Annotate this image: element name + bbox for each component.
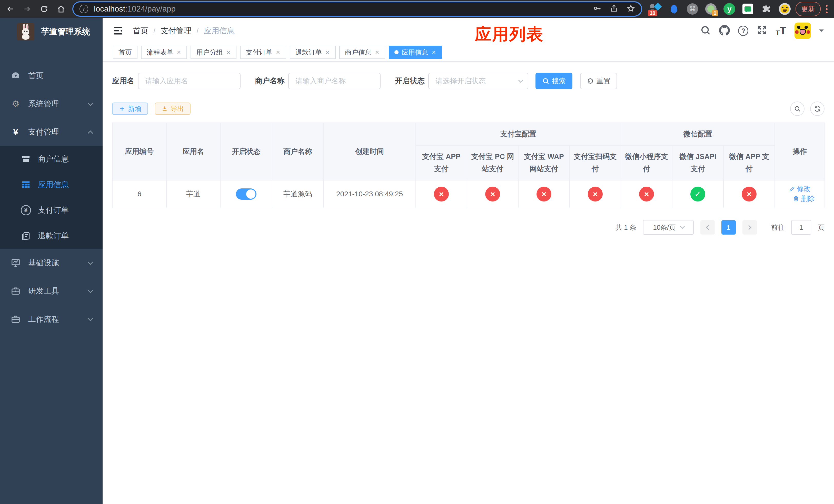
enabled-toggle[interactable] [236, 188, 257, 200]
col-app-name: 应用名 [167, 123, 220, 180]
extension-command-icon[interactable]: ⌘ [686, 2, 699, 16]
cell-merchant: 芋道源码 [272, 180, 323, 208]
avatar-caret-icon[interactable] [819, 29, 824, 34]
password-key-icon[interactable] [593, 4, 601, 14]
merchant-name-label: 商户名称 [255, 76, 285, 86]
share-icon[interactable] [610, 4, 618, 14]
table-row: 6 芋道 芋道源码 2021-10-23 08:49:25 × × × × × … [112, 180, 825, 208]
sidebar-item-label: 商户信息 [38, 154, 69, 164]
refresh-button[interactable] [810, 101, 825, 116]
help-icon[interactable]: ? [738, 26, 748, 36]
extension-diamond-icon[interactable]: 10 [649, 2, 662, 16]
reload-icon[interactable] [38, 2, 51, 16]
user-avatar[interactable] [794, 23, 811, 39]
close-icon[interactable]: × [176, 49, 181, 55]
goto-page-input[interactable] [791, 220, 811, 235]
sidebar-item-label: 首页 [28, 70, 44, 81]
sidebar-item-label: 应用信息 [38, 180, 69, 190]
sidebar-item-refund-order[interactable]: 退款订单 [0, 223, 103, 249]
bookmark-star-icon[interactable] [627, 4, 635, 14]
close-icon[interactable]: × [325, 49, 330, 55]
status-icon: × [588, 187, 603, 202]
github-icon[interactable] [719, 25, 730, 37]
tab-pay-order[interactable]: 支付订单× [240, 46, 286, 59]
status-icon: × [434, 187, 449, 202]
add-button[interactable]: 新增 [112, 102, 148, 115]
sidebar-item-merchant-info[interactable]: 商户信息 [0, 146, 103, 172]
extension-badge: 1 [712, 10, 718, 16]
fullscreen-icon[interactable] [756, 25, 767, 37]
search-icon[interactable] [700, 25, 711, 37]
tabs-bar: 首页 流程表单× 用户分组× 支付订单× 退款订单× 商户信息× 应用信息× [103, 44, 834, 62]
tab-merchant-info[interactable]: 商户信息× [339, 46, 385, 59]
total-count: 共 1 条 [615, 223, 636, 232]
prev-page-button[interactable] [700, 220, 715, 234]
extension-balloon-icon[interactable] [667, 2, 681, 16]
font-size-icon[interactable]: TT [775, 25, 786, 36]
search-button[interactable]: 搜索 [535, 73, 572, 89]
close-icon[interactable]: × [431, 49, 436, 55]
logo-rabbit-icon [17, 23, 35, 41]
page-size-select[interactable]: 10条/页 [643, 220, 694, 235]
status-icon: × [536, 187, 551, 202]
sidebar-item-system[interactable]: ⚙ 系统管理 [0, 90, 103, 118]
breadcrumb-payment[interactable]: 支付管理 [160, 26, 191, 36]
col-alipay-qr: 支付宝扫码支付 [570, 145, 621, 180]
sidebar-item-workflow[interactable]: 工作流程 [0, 305, 103, 333]
sidebar-item-pay-order[interactable]: ¥ 支付订单 [0, 198, 103, 223]
breadcrumb-current: 应用信息 [204, 26, 235, 36]
cell-app-id: 6 [112, 180, 167, 208]
tab-process-form[interactable]: 流程表单× [141, 46, 187, 59]
status-select[interactable] [428, 73, 528, 89]
pagination: 共 1 条 10条/页 1 前往 页 [112, 220, 825, 235]
sidebar-item-payment[interactable]: ¥ 支付管理 [0, 118, 103, 146]
grid-table-icon [20, 180, 32, 189]
reset-button[interactable]: 重置 [580, 73, 617, 89]
extensions-puzzle-icon[interactable] [760, 2, 773, 16]
status-select-input[interactable] [428, 73, 528, 89]
status-icon: × [485, 187, 500, 202]
back-icon[interactable] [4, 2, 17, 16]
show-search-button[interactable] [790, 101, 805, 116]
next-page-button[interactable] [743, 220, 757, 234]
extension-y-icon[interactable]: y [723, 2, 736, 16]
sidebar-logo[interactable]: 芋道管理系统 [0, 18, 103, 46]
export-button[interactable]: 导出 [155, 102, 191, 115]
tab-app-info[interactable]: 应用信息× [389, 46, 442, 59]
extension-chat-icon[interactable] [741, 2, 754, 16]
gear-icon: ⚙ [10, 99, 22, 109]
delete-button[interactable]: 删除 [793, 194, 815, 203]
chevron-down-icon [680, 224, 684, 229]
close-icon[interactable]: × [226, 49, 231, 55]
group-alipay: 支付宝配置 [416, 123, 621, 145]
home-icon[interactable] [54, 2, 68, 16]
browser-profile-avatar[interactable] [778, 2, 791, 16]
site-info-icon[interactable]: i [80, 5, 88, 13]
payment-submenu: 商户信息 应用信息 ¥ 支付订单 退款订单 [0, 146, 103, 249]
browser-menu-icon[interactable] [825, 5, 828, 13]
group-wechat: 微信配置 [621, 123, 775, 145]
app-name-input[interactable] [138, 73, 241, 89]
sidebar-fold-icon[interactable] [113, 25, 124, 36]
sidebar-item-label: 支付订单 [38, 205, 69, 215]
close-icon[interactable]: × [375, 49, 379, 55]
col-merchant: 商户名称 [272, 123, 323, 180]
status-label: 开启状态 [395, 76, 425, 86]
tab-home[interactable]: 首页 [113, 46, 137, 59]
merchant-name-input[interactable] [288, 73, 380, 89]
breadcrumb-home[interactable]: 首页 [133, 26, 148, 36]
sidebar-item-dev-tools[interactable]: 研发工具 [0, 277, 103, 305]
sidebar-item-app-info[interactable]: 应用信息 [0, 172, 103, 198]
address-bar[interactable]: i localhost:1024/pay/app [73, 2, 641, 16]
edit-button[interactable]: 修改 [789, 184, 811, 193]
tab-refund-order[interactable]: 退款订单× [290, 46, 336, 59]
page-content: 应用名 商户名称 开启状态 搜索 重置 [103, 62, 834, 235]
tab-user-group[interactable]: 用户分组× [191, 46, 237, 59]
chrome-update-button[interactable]: 更新 [795, 2, 821, 16]
page-number[interactable]: 1 [721, 220, 736, 234]
extension-circle-icon[interactable]: 1 [704, 2, 718, 16]
sidebar-item-home[interactable]: 首页 [0, 62, 103, 90]
forward-icon[interactable] [21, 2, 34, 16]
close-icon[interactable]: × [276, 49, 280, 55]
sidebar-item-infra[interactable]: 基础设施 [0, 249, 103, 277]
